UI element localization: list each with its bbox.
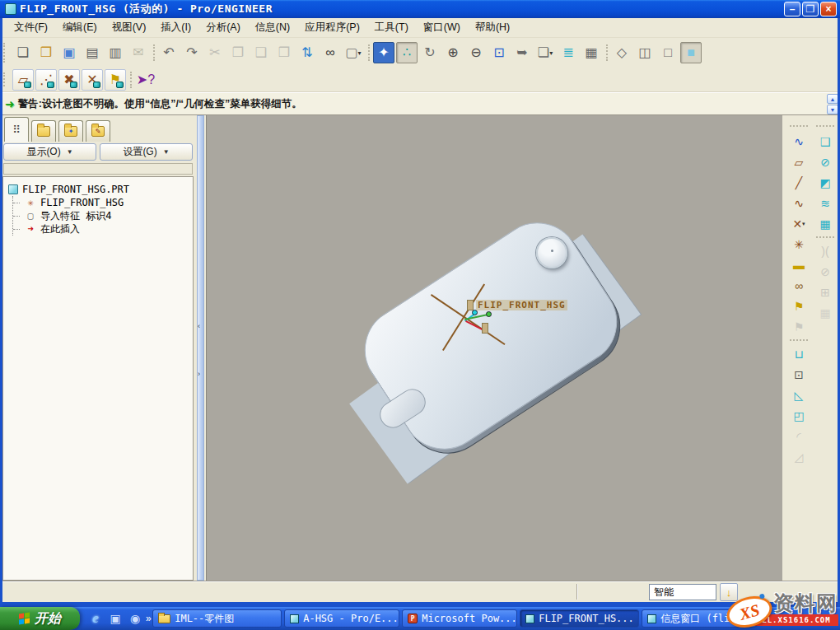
sketch-tool-button[interactable]: ▱ <box>789 152 810 171</box>
repaint-button[interactable]: ✦ <box>373 42 394 63</box>
task-a-hsg[interactable]: A-HSG - Pro/E... <box>284 609 399 628</box>
graphics-viewport[interactable]: FLIP_FRONT_HSG <box>206 115 782 581</box>
saved-views-button[interactable]: ❏▾ <box>534 42 556 63</box>
copy-button[interactable]: ❐ <box>227 42 249 63</box>
menu-help[interactable]: 帮助(H) <box>468 18 517 37</box>
panel-splitter[interactable]: ‹ › <box>195 115 206 581</box>
tree-item[interactable]: ➜在此插入 <box>13 222 189 236</box>
minimize-button[interactable]: – <box>784 2 800 16</box>
select-mode-button[interactable]: ▢▾ <box>343 42 364 63</box>
menu-applications[interactable]: 应用程序(P) <box>297 18 367 37</box>
menu-insert[interactable]: 插入(I) <box>153 18 198 37</box>
menu-info[interactable]: 信息(N) <box>248 18 297 37</box>
task-powerpoint[interactable]: PMicrosoft Pow... <box>402 609 517 628</box>
scroll-down-icon[interactable]: ▼ <box>827 105 838 114</box>
trim-button[interactable]: ⊘ <box>815 262 836 281</box>
settings-dropdown-button[interactable]: 设置(G) ▼ <box>100 143 193 161</box>
style-tool-button[interactable]: ∿ <box>789 132 810 151</box>
pattern-button[interactable]: ⊞ <box>815 282 836 301</box>
shade-closed-loops-button[interactable]: ▱ <box>12 69 34 91</box>
hidden-line-button[interactable]: ◫ <box>634 42 656 63</box>
overlapping-geometry-button[interactable]: ✖ <box>58 69 80 91</box>
task-iml-folder[interactable]: IML--零件图 <box>152 609 282 628</box>
task-flip-front-hsg[interactable]: FLIP_FRONT_HS... <box>520 609 639 628</box>
analysis-measure-button[interactable]: ▬ <box>789 255 810 274</box>
menu-edit[interactable]: 编辑(E) <box>55 18 105 37</box>
selection-filter-combobox[interactable]: 智能 <box>649 584 716 600</box>
tab-model-tree[interactable]: ⠿ <box>4 117 29 142</box>
show-desktop-icon[interactable]: ▣ <box>108 611 123 626</box>
overflow-chevron-icon[interactable]: » <box>146 613 152 624</box>
cut-button[interactable]: ✂ <box>204 42 226 63</box>
scroll-up-icon[interactable]: ▲ <box>827 94 838 104</box>
undo-button[interactable]: ↶ <box>158 42 180 63</box>
menu-file[interactable]: 文件(F) <box>7 18 55 37</box>
draft-button[interactable]: ◺ <box>789 385 810 404</box>
spin-center-button[interactable]: ∴ <box>396 42 418 63</box>
tab-folder-browser[interactable] <box>31 120 56 142</box>
print-button[interactable]: ▤ <box>82 42 103 63</box>
datum-point-button[interactable]: ✕▾ <box>789 214 810 233</box>
no-hidden-button[interactable]: □ <box>657 42 679 63</box>
flag-note-tool-button[interactable]: ⚑ <box>789 296 810 315</box>
zoom-out-button[interactable]: ⊖ <box>465 42 487 63</box>
shaded-button[interactable]: ■ <box>680 42 702 63</box>
csys-label[interactable]: FLIP_FRONT_HSG <box>467 300 567 310</box>
round-button[interactable]: ◜ <box>789 427 810 446</box>
tree-root-part[interactable]: FLIP_FRONT_HSG.PRT <box>8 183 189 196</box>
feature-requirements-button[interactable]: ✕ <box>82 69 103 91</box>
model-lens-boss[interactable] <box>536 237 567 268</box>
regenerate-button[interactable]: ⇅ <box>296 42 318 63</box>
collapse-left-icon[interactable]: ‹ <box>198 323 204 330</box>
paste-special-button[interactable]: ❒ <box>273 42 295 63</box>
print-to-file-button[interactable]: ▥ <box>105 42 126 63</box>
tab-connections[interactable]: ✎ <box>86 120 110 142</box>
show-dropdown-button[interactable]: 显示(O) ▼ <box>3 143 96 161</box>
expand-right-icon[interactable]: › <box>198 371 204 378</box>
splitter-bar[interactable] <box>197 115 204 581</box>
surface-button[interactable]: ≋ <box>815 194 836 212</box>
close-button[interactable]: × <box>820 2 837 16</box>
extrude-button[interactable]: ❑ <box>815 132 836 151</box>
refit-button[interactable]: ⊡ <box>488 42 510 63</box>
media-icon[interactable]: ◉ <box>128 611 142 626</box>
tab-favorites[interactable]: ✦ <box>58 120 83 142</box>
restore-button[interactable]: ❐ <box>802 2 819 16</box>
mirror-button[interactable]: ⊘ <box>815 152 836 171</box>
new-file-button[interactable]: ❏ <box>12 42 34 63</box>
revolve-button[interactable]: ⊡ <box>789 365 810 384</box>
start-button[interactable]: 开始 <box>0 607 80 630</box>
datum-line-button[interactable]: ╱ <box>789 173 810 192</box>
redo-button[interactable]: ↷ <box>181 42 203 63</box>
paste-button[interactable]: ❑ <box>250 42 272 63</box>
view-manager-button[interactable]: ▦ <box>581 42 602 63</box>
shell-button[interactable]: ◰ <box>789 406 810 425</box>
orient-mode-button[interactable]: ↻ <box>419 42 441 63</box>
menu-view[interactable]: 视图(V) <box>105 18 154 37</box>
csys-tool-button[interactable]: ✳ <box>789 235 810 254</box>
mesh-surface-button[interactable]: ▦ <box>815 214 836 233</box>
wireframe-button[interactable]: ◇ <box>611 42 632 63</box>
extrude-cut-button[interactable]: ⊔ <box>789 344 810 363</box>
tree-item[interactable]: ✳FLIP_FRONT_HSG <box>13 196 189 209</box>
chamfer-button[interactable]: ◿ <box>789 447 810 466</box>
email-button[interactable]: ✉ <box>128 42 149 63</box>
menu-tools[interactable]: 工具(T) <box>367 18 416 37</box>
open-file-button[interactable]: ❒ <box>35 42 57 63</box>
menu-window[interactable]: 窗口(W) <box>416 18 468 37</box>
flag-note-button[interactable]: ⚑ <box>105 69 126 91</box>
array-grid-button[interactable]: ▦ <box>815 303 836 322</box>
find-button[interactable]: ∞ <box>320 42 341 63</box>
context-help-button[interactable]: ➤? <box>135 69 156 91</box>
zoom-in-button[interactable]: ⊕ <box>442 42 464 63</box>
highlight-open-ends-button[interactable]: ⋰ <box>35 69 57 91</box>
title-bar[interactable]: FLIP_FRONT_HSG (活动的) - Pro/ENGINEER – ❐ … <box>0 0 840 18</box>
reorient-view-button[interactable]: ➥ <box>511 42 533 63</box>
flag-note-gray-button[interactable]: ⚑ <box>789 317 810 336</box>
ie-icon[interactable]: e <box>88 611 103 626</box>
curve-tool-button[interactable]: ∿ <box>789 194 810 212</box>
save-button[interactable]: ▣ <box>58 42 80 63</box>
layers-button[interactable]: ≣ <box>558 42 579 63</box>
boundary-blend-button[interactable]: ◩ <box>815 173 836 192</box>
link-button[interactable]: ∞ <box>789 276 810 295</box>
